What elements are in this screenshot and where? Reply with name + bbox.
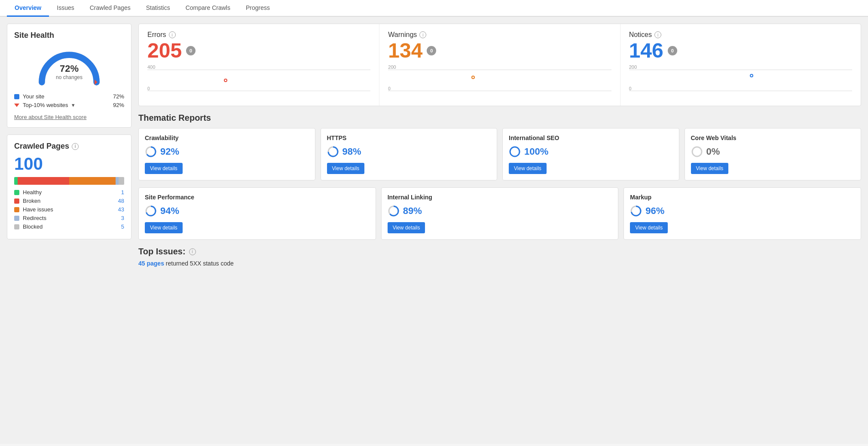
legend-top10: Top-10% websites ▾ 92% xyxy=(14,102,124,108)
internal-linking-circle-icon xyxy=(388,205,400,217)
site-health-card: Site Health 72% no changes xyxy=(7,24,131,128)
errors-value: 205 xyxy=(147,40,182,61)
chevron-down-icon[interactable]: ▾ xyxy=(72,102,75,108)
warnings-label: Warnings xyxy=(388,31,417,39)
https-view-details[interactable]: View details xyxy=(327,163,365,174)
errors-section: Errors i 205 0 400 0 xyxy=(139,24,379,106)
top10-icon xyxy=(14,104,19,107)
internal-linking-score: 89% xyxy=(403,205,422,217)
notices-section: Notices i 146 0 200 0 xyxy=(620,24,861,106)
intl-seo-title: International SEO xyxy=(509,134,673,141)
crawled-progress-bar xyxy=(14,177,124,185)
notices-label: Notices xyxy=(629,31,652,39)
gauge-subtitle: no changes xyxy=(56,74,83,80)
markup-circle-icon xyxy=(630,205,642,217)
tab-compare-crawls[interactable]: Compare Crawls xyxy=(178,0,238,17)
top10-label: Top-10% websites xyxy=(23,102,68,108)
site-performance-view-details[interactable]: View details xyxy=(145,222,183,233)
top-issue-desc-text: returned 5XX status code xyxy=(166,260,234,267)
crawled-pages-card: Crawled Pages i 100 Healthy 1 xyxy=(7,134,131,239)
legend-broken: Broken 48 xyxy=(14,198,124,204)
reports-bottom-grid: Site Performance 94% View details Intern… xyxy=(138,187,861,240)
warnings-badge: 0 xyxy=(427,46,436,55)
markup-title: Markup xyxy=(630,194,855,201)
tab-issues[interactable]: Issues xyxy=(49,0,82,17)
site-performance-score: 94% xyxy=(160,205,179,217)
report-markup: Markup 96% View details xyxy=(623,187,861,240)
https-score: 98% xyxy=(342,146,361,157)
more-link[interactable]: More about Site Health score xyxy=(14,114,86,120)
site-health-title: Site Health xyxy=(14,31,124,40)
core-web-vitals-score: 0% xyxy=(706,146,720,157)
tab-progress[interactable]: Progress xyxy=(238,0,278,17)
legend-have-issues: Have issues 43 xyxy=(14,206,124,213)
warnings-info-icon[interactable]: i xyxy=(419,31,426,38)
report-core-web-vitals: Core Web Vitals 0% View details xyxy=(685,128,862,180)
warnings-section: Warnings i 134 0 200 0 xyxy=(379,24,620,106)
blocked-dot xyxy=(14,224,19,229)
errors-label: Errors xyxy=(147,31,166,39)
healthy-label: Healthy xyxy=(23,189,42,196)
warnings-chart: 200 0 xyxy=(388,64,611,99)
errors-badge: 0 xyxy=(186,46,196,55)
crawlability-title: Crawlability xyxy=(145,134,309,141)
legend-your-site: Your site 72% xyxy=(14,93,124,100)
top-issues-section: Top Issues: i 45 pages returned 5XX stat… xyxy=(138,247,861,267)
your-site-dot xyxy=(14,94,19,99)
reports-top-grid: Crawlability 92% View details HTTPS xyxy=(138,128,861,180)
markup-score: 96% xyxy=(645,205,664,217)
redirects-dot xyxy=(14,216,19,221)
segment-blocked xyxy=(119,177,124,185)
legend-blocked: Blocked 5 xyxy=(14,223,124,230)
svg-point-6 xyxy=(692,147,702,156)
main-content: Errors i 205 0 400 0 xyxy=(138,24,861,437)
report-intl-seo: International SEO 100% View details xyxy=(502,128,679,180)
errors-info-icon[interactable]: i xyxy=(169,31,176,38)
redirects-value: 3 xyxy=(121,215,124,221)
markup-view-details[interactable]: View details xyxy=(630,222,668,233)
core-web-vitals-title: Core Web Vitals xyxy=(691,134,855,141)
intl-seo-view-details[interactable]: View details xyxy=(509,163,547,174)
blocked-label: Blocked xyxy=(23,223,43,230)
crawlability-score: 92% xyxy=(160,146,179,157)
errors-chart-top: 400 xyxy=(147,64,370,70)
thematic-reports-title: Thematic Reports xyxy=(138,113,861,123)
healthy-dot xyxy=(14,190,19,195)
redirects-label: Redirects xyxy=(23,215,46,221)
site-performance-circle-icon xyxy=(145,205,157,217)
errors-chart: 400 0 xyxy=(147,64,370,99)
https-title: HTTPS xyxy=(327,134,491,141)
nav-tabs: Overview Issues Crawled Pages Statistics… xyxy=(0,0,868,17)
top-issue-link[interactable]: 45 pages xyxy=(138,260,164,267)
notices-badge: 0 xyxy=(668,46,677,55)
tab-overview[interactable]: Overview xyxy=(7,0,49,17)
notices-info-icon[interactable]: i xyxy=(654,31,661,38)
notices-chart: 200 0 xyxy=(629,64,852,99)
tab-crawled-pages[interactable]: Crawled Pages xyxy=(82,0,138,17)
thematic-reports-section: Thematic Reports Crawlability 92% View d… xyxy=(138,113,861,240)
healthy-value: 1 xyxy=(121,189,124,196)
core-web-vitals-view-details[interactable]: View details xyxy=(691,163,729,174)
core-web-vitals-circle-icon xyxy=(691,146,703,158)
segment-have-issues xyxy=(69,177,116,185)
internal-linking-view-details[interactable]: View details xyxy=(388,222,425,233)
https-circle-icon xyxy=(327,146,339,158)
svg-point-5 xyxy=(510,147,520,156)
warnings-value: 134 xyxy=(388,40,422,61)
crawlability-view-details[interactable]: View details xyxy=(145,163,183,174)
crawled-pages-title: Crawled Pages i xyxy=(14,142,124,151)
report-https: HTTPS 98% View details xyxy=(321,128,498,180)
have-issues-label: Have issues xyxy=(23,206,53,213)
errors-header: Errors i xyxy=(147,31,370,39)
top-issues-info-icon[interactable]: i xyxy=(189,248,196,255)
segment-healthy xyxy=(14,177,18,185)
tab-statistics[interactable]: Statistics xyxy=(138,0,178,17)
warnings-header: Warnings i xyxy=(388,31,611,39)
top-issues-header: Top Issues: i xyxy=(138,247,861,257)
crawled-count: 100 xyxy=(14,154,124,174)
top-issues-title: Top Issues: xyxy=(138,247,186,257)
crawled-pages-info-icon[interactable]: i xyxy=(72,143,79,150)
have-issues-dot xyxy=(14,207,19,212)
legend-healthy: Healthy 1 xyxy=(14,189,124,196)
warnings-chart-top: 200 xyxy=(388,64,611,70)
